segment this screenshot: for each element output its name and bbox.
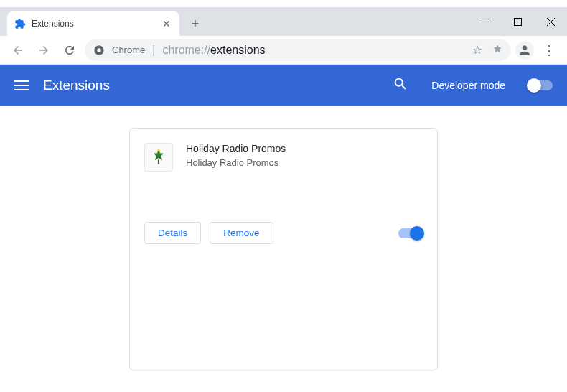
browser-menu-button[interactable]: ⋮ (538, 42, 560, 58)
url-text: chrome://extensions (162, 44, 265, 57)
window-title-bar (0, 0, 567, 7)
extension-name: Holiday Radio Promos (186, 143, 423, 154)
extension-card: Holiday Radio Promos Holiday Radio Promo… (129, 128, 438, 370)
extensions-content: Holiday Radio Promos Holiday Radio Promo… (0, 106, 567, 392)
extensions-header: Extensions Developer mode (0, 65, 567, 106)
svg-point-3 (97, 48, 100, 52)
puzzle-icon (14, 18, 26, 29)
search-icon[interactable] (393, 76, 408, 95)
extension-icon (144, 143, 173, 172)
menu-icon[interactable] (14, 78, 29, 93)
minimize-button[interactable] (468, 7, 501, 36)
svg-rect-0 (481, 22, 489, 22)
chrome-icon (93, 45, 105, 56)
developer-mode-label: Developer mode (431, 80, 505, 91)
browser-toolbar: Chrome | chrome://extensions ☆ ⋮ (0, 36, 567, 65)
back-button[interactable] (7, 39, 29, 61)
url-separator: | (152, 44, 155, 57)
svg-rect-1 (514, 18, 521, 25)
details-button[interactable]: Details (144, 222, 201, 244)
remove-button[interactable]: Remove (210, 222, 273, 244)
close-window-button[interactable] (534, 7, 567, 36)
extension-description: Holiday Radio Promos (186, 157, 423, 168)
tab-title: Extensions (32, 19, 155, 29)
page-title: Extensions (43, 78, 378, 93)
developer-mode-toggle[interactable] (528, 80, 553, 90)
browser-tab[interactable]: Extensions ✕ (7, 11, 179, 36)
close-icon[interactable]: ✕ (161, 18, 172, 29)
tab-strip: Extensions ✕ + (0, 7, 567, 36)
bookmark-icon[interactable]: ☆ (472, 43, 482, 57)
window-controls (468, 7, 567, 36)
address-bar[interactable]: Chrome | chrome://extensions ☆ (85, 39, 511, 61)
new-tab-button[interactable]: + (185, 14, 205, 34)
url-scheme-label: Chrome (112, 45, 145, 55)
svg-point-5 (157, 149, 159, 151)
profile-avatar[interactable] (515, 41, 534, 60)
forward-button[interactable] (33, 39, 55, 61)
maximize-button[interactable] (501, 7, 534, 36)
svg-rect-4 (158, 159, 159, 164)
extension-enable-toggle[interactable] (398, 228, 423, 238)
extension-indicator-icon[interactable] (492, 44, 502, 56)
reload-button[interactable] (59, 39, 80, 61)
